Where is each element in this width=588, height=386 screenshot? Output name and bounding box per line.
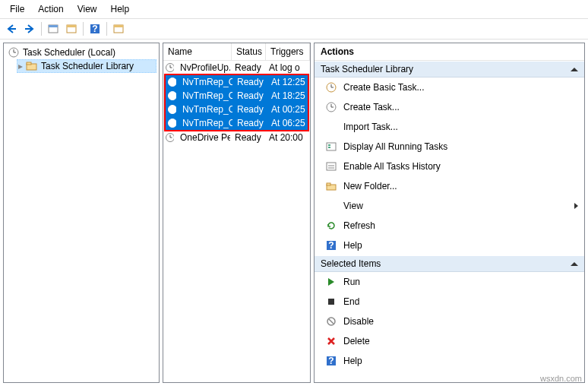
menu-view[interactable]: View	[71, 2, 104, 17]
action-new-folder[interactable]: New Folder...	[315, 176, 584, 196]
tree-panel: Task Scheduler (Local) ▸ Task Scheduler …	[3, 43, 160, 383]
actions-panel: Actions Task Scheduler Library Create Ba…	[314, 43, 585, 383]
tree-root-label: Task Scheduler (Local)	[23, 47, 115, 58]
cell-trigger: At log o	[264, 62, 310, 74]
header-triggers[interactable]: Triggers	[266, 43, 310, 60]
action-label: Help	[343, 240, 362, 251]
clock-icon	[8, 46, 20, 59]
table-row[interactable]: NvTmRep_C...ReadyAt 18:25	[166, 89, 308, 103]
action-enable-history[interactable]: Enable All Tasks History	[315, 157, 584, 176]
svg-rect-1	[49, 25, 58, 27]
clock-icon	[166, 104, 178, 115]
action-create[interactable]: Create Task...	[315, 97, 584, 117]
help-icon: ?	[325, 355, 337, 367]
tool-button-1[interactable]	[45, 21, 62, 37]
action-label: Create Task...	[343, 102, 400, 112]
cell-status: Ready	[230, 131, 264, 144]
svg-rect-20	[328, 144, 330, 146]
cell-trigger: At 12:25	[267, 76, 308, 88]
menu-file[interactable]: File	[3, 2, 31, 17]
svg-rect-10	[27, 62, 31, 65]
menu-help[interactable]: Help	[104, 2, 137, 17]
action-label: View	[343, 201, 363, 211]
blank-icon	[325, 200, 337, 212]
action-run[interactable]: Run	[315, 272, 584, 292]
cell-status: Ready	[232, 117, 267, 129]
table-row[interactable]: NvTmRep_C...ReadyAt 12:25	[166, 75, 308, 89]
table-row[interactable]: OneDrive Pe...ReadyAt 20:00	[163, 131, 310, 144]
action-end[interactable]: End	[315, 292, 584, 312]
back-button[interactable]	[3, 21, 20, 37]
forward-button[interactable]	[21, 21, 38, 37]
action-label: Display All Running Tasks	[343, 141, 447, 152]
action-label: Refresh	[343, 220, 375, 231]
tool-button-3[interactable]	[110, 21, 127, 37]
cell-trigger: At 18:25	[267, 90, 308, 102]
clock-icon	[163, 62, 175, 73]
run-icon	[325, 276, 337, 288]
cell-name: NvTmRep_C...	[178, 103, 232, 115]
action-label: Run	[343, 277, 360, 287]
svg-text:?: ?	[328, 240, 334, 251]
action-label: New Folder...	[343, 181, 397, 191]
cell-name: NvTmRep_C...	[178, 76, 232, 88]
action-help-2[interactable]: ? Help	[315, 351, 584, 371]
header-name[interactable]: Name	[163, 43, 232, 60]
create-basic-icon	[325, 81, 337, 93]
group-selected[interactable]: Selected Items	[315, 255, 584, 272]
cell-status: Ready	[232, 76, 267, 88]
action-import[interactable]: Import Task...	[315, 117, 584, 137]
import-icon	[325, 121, 337, 133]
table-row[interactable]: NvProfileUp...ReadyAt log o	[163, 61, 310, 74]
folder-clock-icon	[26, 60, 38, 72]
menu-action[interactable]: Action	[31, 2, 70, 17]
svg-rect-21	[328, 147, 330, 148]
header-status[interactable]: Status	[232, 43, 266, 60]
action-label: End	[343, 296, 359, 307]
svg-rect-19	[327, 143, 336, 150]
cell-status: Ready	[232, 103, 267, 115]
action-refresh[interactable]: Refresh	[315, 216, 584, 236]
group-library[interactable]: Task Scheduler Library	[315, 61, 584, 78]
action-label: Create Basic Task...	[343, 82, 425, 93]
tree-lib[interactable]: ▸ Task Scheduler Library	[17, 59, 156, 73]
disable-icon	[325, 315, 337, 327]
action-create-basic[interactable]: Create Basic Task...	[315, 78, 584, 97]
watermark: wsxdn.com	[540, 374, 582, 383]
help-button-toolbar[interactable]: ?	[87, 21, 103, 37]
action-label: Help	[343, 356, 362, 366]
delete-icon	[325, 335, 337, 347]
action-label: Disable	[343, 316, 374, 327]
action-delete[interactable]: Delete	[315, 331, 584, 351]
cell-name: NvTmRep_C...	[178, 117, 232, 129]
table-row[interactable]: NvTmRep_C...ReadyAt 06:25	[166, 116, 308, 130]
list-body: NvProfileUp...ReadyAt log oNvTmRep_C...R…	[163, 61, 310, 144]
clock-icon	[166, 118, 178, 128]
tree-lib-label: Task Scheduler Library	[41, 61, 134, 71]
svg-text:?: ?	[92, 24, 97, 34]
svg-text:?: ?	[328, 356, 334, 366]
action-disable[interactable]: Disable	[315, 312, 584, 331]
cell-name: NvProfileUp...	[175, 62, 230, 74]
help-icon: ?	[325, 239, 337, 252]
actions-title: Actions	[315, 43, 584, 61]
cell-status: Ready	[230, 62, 264, 74]
svg-rect-24	[327, 183, 330, 185]
clock-icon	[166, 90, 178, 101]
table-row[interactable]: NvTmRep_C...ReadyAt 00:25	[166, 103, 308, 116]
task-list-panel: Name Status Triggers NvProfileUp...Ready…	[163, 43, 311, 383]
tree-root[interactable]: Task Scheduler (Local)	[6, 46, 156, 59]
action-label: Delete	[343, 336, 370, 346]
action-help-1[interactable]: ? Help	[315, 236, 584, 255]
action-view[interactable]: View	[315, 196, 584, 216]
svg-rect-7	[114, 25, 123, 27]
refresh-icon	[325, 220, 337, 232]
collapse-icon	[571, 68, 578, 71]
tool-button-2[interactable]	[63, 21, 80, 37]
tool-bar: ?	[0, 18, 588, 40]
cell-trigger: At 06:25	[267, 117, 308, 129]
svg-rect-22	[327, 163, 336, 170]
action-display-running[interactable]: Display All Running Tasks	[315, 137, 584, 157]
cell-name: OneDrive Pe...	[175, 131, 230, 144]
chevron-right-icon: ▸	[18, 61, 23, 71]
